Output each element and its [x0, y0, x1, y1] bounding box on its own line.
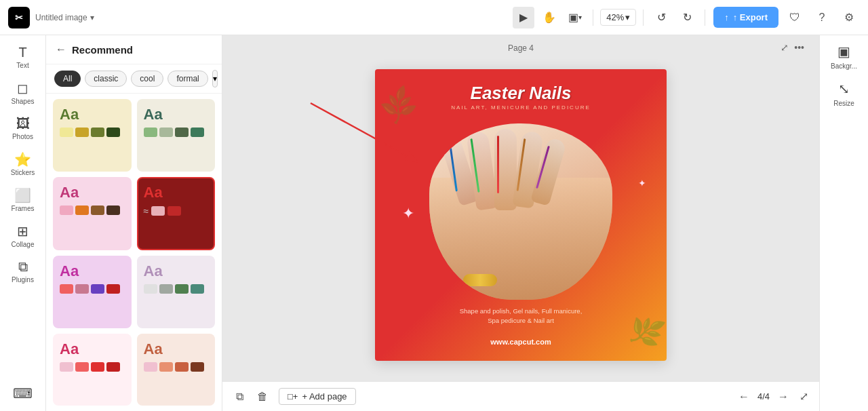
- add-page-plus-icon: □+: [288, 391, 298, 402]
- expand-button[interactable]: ⤢: [800, 390, 808, 403]
- layout-tool-button[interactable]: ▣ ▾: [564, 7, 586, 28]
- add-page-label: + Add page: [302, 391, 347, 402]
- swatch: [75, 362, 89, 372]
- swatch: [191, 128, 204, 137]
- back-button[interactable]: ←: [56, 43, 66, 56]
- style-card-2[interactable]: Aa: [137, 99, 216, 172]
- swatch: [159, 128, 173, 137]
- text-label: Text: [16, 62, 28, 69]
- app-logo[interactable]: ✂: [8, 7, 30, 28]
- background-panel-item[interactable]: ▣ Backgr...: [831, 43, 857, 70]
- swatch: [175, 128, 189, 137]
- leaf-decoration-tl: 🌿: [376, 83, 422, 128]
- shield-icon[interactable]: 🛡: [784, 7, 806, 28]
- recommend-panel: ← Recommend All classic cool formal ▾ Aa: [46, 35, 222, 411]
- zoom-value: 42%: [606, 12, 624, 22]
- shapes-label: Shapes: [12, 98, 35, 105]
- bottom-toolbar: ⧉ 🗑 □+ + Add page ← 4/4 → ⤢: [222, 381, 819, 411]
- swatch: [144, 284, 157, 294]
- swatch: [151, 206, 165, 216]
- sidebar-item-frames[interactable]: ⬜ Frames: [4, 183, 42, 216]
- style-card-7[interactable]: Aa: [53, 334, 132, 406]
- nail-photo-area: [429, 123, 612, 300]
- canvas-area: Page 4 ⤢ ••• 🌿 🌿 ✦ ✦ Easter Nails NAIL A…: [222, 35, 819, 411]
- frames-icon: ⬜: [14, 187, 31, 203]
- canvas-arc-text: NAIL ART, MENICURE AND PEDICURE: [451, 104, 591, 111]
- swatch: [144, 362, 157, 372]
- swatch: [75, 128, 89, 137]
- delete-page-button[interactable]: 🗑: [254, 388, 271, 406]
- zoom-control[interactable]: 42% ▾: [600, 9, 636, 26]
- style-aa-7: Aa: [60, 340, 125, 358]
- style-colors-5: [60, 284, 125, 294]
- page-prev-button[interactable]: ←: [736, 388, 752, 406]
- filter-formal-button[interactable]: formal: [167, 71, 208, 87]
- style-card-1[interactable]: Aa: [53, 99, 132, 172]
- filter-more-button[interactable]: ▾: [212, 70, 218, 87]
- style-card-5[interactable]: Aa: [53, 256, 132, 328]
- title-caret-icon: ▾: [90, 13, 94, 22]
- filter-all-button[interactable]: All: [54, 71, 81, 87]
- styles-grid: Aa Aa: [46, 94, 222, 411]
- swatch: [106, 206, 120, 215]
- help-icon[interactable]: ?: [811, 7, 833, 28]
- sidebar-item-plugins[interactable]: ⧉ Plugins: [4, 255, 42, 288]
- page-actions: ⤢ •••: [779, 41, 806, 54]
- style-card-8[interactable]: Aa: [137, 334, 216, 406]
- sidebar-item-stickers[interactable]: ⭐ Stickers: [4, 147, 42, 180]
- swatch: [159, 284, 173, 294]
- stickers-label: Stickers: [11, 169, 35, 176]
- recommend-title: Recommend: [72, 44, 133, 56]
- sidebar-item-photos[interactable]: 🖼 Photos: [4, 112, 42, 144]
- background-label: Backgr...: [831, 62, 857, 70]
- toolbar-separator3: [705, 9, 705, 26]
- redo-button[interactable]: ↻: [676, 7, 698, 28]
- swatch: [91, 284, 104, 294]
- resize-panel-item[interactable]: ⤡ Resize: [833, 81, 854, 107]
- topbar-right-icons: 🛡 ? ⚙: [784, 7, 860, 28]
- style-card-4[interactable]: Aa ≈: [137, 177, 216, 251]
- canvas-bottom-text: Shape and polish, Gel nails, Full manicu…: [460, 307, 583, 326]
- hand-tool-button[interactable]: ✋: [538, 7, 560, 28]
- copy-page-button[interactable]: ⧉: [233, 388, 246, 406]
- settings-icon[interactable]: ⚙: [838, 7, 860, 28]
- sidebar-item-collage[interactable]: ⊞ Collage: [4, 219, 42, 252]
- toolbar-separator2: [643, 9, 644, 26]
- sidebar-item-keyboard[interactable]: ⌨: [4, 381, 42, 406]
- filter-classic-button[interactable]: classic: [85, 71, 127, 87]
- page-label: Page 4: [508, 43, 534, 53]
- select-tool-button[interactable]: ▶: [513, 7, 534, 28]
- canvas-url: www.capcut.com: [490, 338, 551, 346]
- swatch: [60, 206, 73, 215]
- style-colors-7: [60, 362, 125, 372]
- swatch: [191, 362, 204, 372]
- fullscreen-button[interactable]: ⤢: [779, 41, 790, 54]
- sidebar-item-text[interactable]: T Text: [4, 41, 42, 73]
- leaf-decoration-br: 🌿: [625, 311, 667, 352]
- filter-cool-button[interactable]: cool: [131, 71, 163, 87]
- export-label: ↑ Export: [733, 12, 768, 22]
- resize-icon: ⤡: [838, 81, 850, 97]
- add-page-button[interactable]: □+ + Add page: [279, 388, 356, 405]
- style-card-6[interactable]: Aa: [137, 256, 216, 328]
- style-aa-3: Aa: [60, 184, 125, 201]
- style-card-3[interactable]: Aa: [53, 177, 132, 251]
- collage-label: Collage: [12, 241, 35, 248]
- keyboard-icon: ⌨: [13, 385, 33, 402]
- undo-button[interactable]: ↺: [650, 7, 672, 28]
- background-icon: ▣: [837, 43, 850, 60]
- zoom-caret-icon: ▾: [625, 12, 630, 22]
- page-number-label: Page 4: [508, 43, 534, 53]
- page-next-button[interactable]: →: [775, 388, 791, 406]
- canvas-card[interactable]: 🌿 🌿 ✦ ✦ Easter Nails NAIL ART, MENICURE …: [375, 69, 667, 361]
- page-more-button[interactable]: •••: [793, 41, 806, 54]
- delete-icon: 🗑: [257, 391, 268, 403]
- swatch: [106, 362, 120, 372]
- swatch: [159, 362, 173, 372]
- sidebar-item-shapes[interactable]: ◻ Shapes: [4, 76, 42, 109]
- resize-label: Resize: [833, 100, 854, 107]
- topbar: ✂ Untitled image ▾ ▶ ✋ ▣ ▾ 42% ▾ ↺ ↻ ↑ ↑…: [0, 0, 868, 35]
- document-title[interactable]: Untitled image ▾: [35, 13, 94, 22]
- export-button[interactable]: ↑ ↑ Export: [713, 7, 778, 28]
- style-aa-8: Aa: [144, 340, 209, 358]
